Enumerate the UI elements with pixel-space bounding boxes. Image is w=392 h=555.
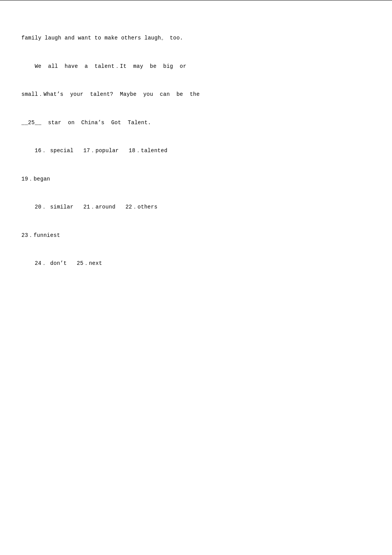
line-1: family laugh and want to make others lau… (21, 33, 371, 43)
line-2: We all have a talent．It may be big or (21, 62, 371, 71)
line-7: 20． similar 21．around 22．others (21, 202, 371, 212)
line-9: 24． don’t 25．next (21, 259, 371, 268)
line-3: small．What’s your talent? Maybe you can … (21, 90, 371, 99)
content-area: family laugh and want to make others lau… (21, 7, 371, 287)
line-4: __25__ star on China’s Got Talent. (21, 118, 371, 128)
text-block: family laugh and want to make others lau… (21, 15, 371, 287)
line-8: 23．funniest (21, 231, 371, 240)
line-5: 16． special 17．popular 18．talented (21, 146, 371, 156)
page: family laugh and want to make others lau… (0, 0, 392, 555)
top-border (0, 0, 392, 1)
line-6: 19．began (21, 174, 371, 184)
